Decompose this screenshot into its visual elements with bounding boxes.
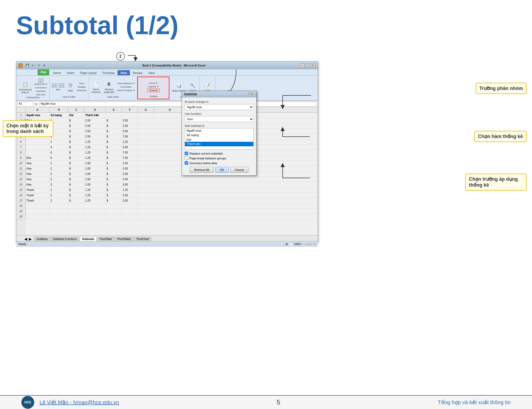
grid-cell[interactable]: $ <box>68 198 84 203</box>
formula-input[interactable]: Người mua <box>40 102 317 107</box>
grid-cell[interactable] <box>106 214 122 219</box>
grid-cell[interactable]: $ <box>68 139 84 144</box>
grid-cell[interactable]: 2.50 <box>122 123 138 128</box>
grid-cell[interactable]: Hoa <box>26 177 50 182</box>
refresh-all-btn[interactable]: 🔄 Refresh All ▼ <box>34 78 48 86</box>
grid-cell[interactable]: 1.25 <box>84 155 106 160</box>
tab-file[interactable]: File <box>38 69 49 75</box>
grid-cell[interactable]: 1 <box>50 139 68 144</box>
use-function-select[interactable]: Sum <box>185 116 254 122</box>
zoom-plus[interactable]: + <box>314 243 316 246</box>
grid-cell[interactable]: 7.50 <box>122 150 138 155</box>
grid-cell[interactable]: 3 <box>50 182 68 187</box>
reapply-btn[interactable]: Reapply <box>76 85 87 88</box>
cell-reference[interactable]: A1 <box>17 102 33 107</box>
clear-btn[interactable]: Clear <box>76 82 87 85</box>
advanced-btn[interactable]: Advanced <box>76 89 87 92</box>
grid-cell[interactable]: $ <box>106 139 122 144</box>
undo-quick-btn[interactable]: ↩ <box>31 63 36 68</box>
grid-cell[interactable] <box>84 209 106 214</box>
remove-duplicates-btn[interactable]: 🗑 RemoveDuplicates <box>103 80 115 94</box>
add-subtotal-listbox[interactable]: Người mua Số lượng Giá Thành tiền <box>185 128 254 150</box>
sort-az-btn[interactable]: A↓Z <box>51 83 58 88</box>
header-cell-col-c[interactable]: Giá <box>68 113 84 118</box>
tab-data[interactable]: Data <box>118 70 130 75</box>
grid-cell[interactable]: Hoa <box>26 161 50 166</box>
grid-cell[interactable] <box>122 214 138 219</box>
grid-cell[interactable]: 2.50 <box>122 193 138 198</box>
grid-cell[interactable]: 1.25 <box>84 187 106 192</box>
list-item-thanhtien[interactable]: Thành tiền <box>185 142 253 146</box>
grid-cell[interactable]: Hoa <box>26 166 50 171</box>
grid-cell[interactable]: $ <box>106 161 122 166</box>
grid-cell[interactable]: 1 <box>50 187 68 192</box>
grid-cell[interactable]: 2.50 <box>84 123 106 128</box>
header-cell-col-e[interactable] <box>106 113 122 118</box>
grid-cell[interactable] <box>26 145 50 150</box>
grid-cell[interactable] <box>122 203 138 209</box>
grid-cell[interactable]: $ <box>106 182 122 187</box>
grid-cell[interactable]: 2.00 <box>122 166 138 171</box>
sort-za-btn[interactable]: Z↑A <box>58 83 65 88</box>
view-page-icon[interactable]: 📄 <box>289 243 293 246</box>
properties-btn[interactable]: Properties <box>34 90 48 93</box>
grid-cell[interactable] <box>26 203 50 209</box>
remove-all-btn[interactable]: Remove All <box>190 167 214 173</box>
header-cell-col-b[interactable]: Số lượng <box>50 113 68 118</box>
grid-cell[interactable]: Hoa <box>26 171 50 176</box>
grid-cell[interactable]: 1.25 <box>84 139 106 144</box>
grid-cell[interactable]: 1.00 <box>84 182 106 187</box>
tab-insert[interactable]: Insert <box>64 70 77 75</box>
sheet-tab-database[interactable]: Database Functions <box>51 237 79 241</box>
grid-cell[interactable]: 2.00 <box>122 171 138 176</box>
grid-cell[interactable] <box>68 209 84 214</box>
grid-cell[interactable]: 2 <box>50 193 68 198</box>
grid-cell[interactable]: $ <box>106 145 122 150</box>
grid-cell[interactable] <box>68 214 84 219</box>
grid-cell[interactable] <box>26 214 50 219</box>
minimize-btn[interactable]: ─ <box>300 63 304 68</box>
group-btn[interactable]: Group ▼ <box>147 82 160 85</box>
grid-cell[interactable]: $ <box>68 193 84 198</box>
grid-cell[interactable]: $ <box>106 171 122 176</box>
grid-cell[interactable]: 1.00 <box>122 161 138 166</box>
grid-cell[interactable]: $ <box>106 118 122 123</box>
maximize-btn[interactable]: □ <box>305 63 310 68</box>
grid-cell[interactable]: 2.50 <box>122 118 138 123</box>
grid-cell[interactable]: 2 <box>50 166 68 171</box>
grid-cell[interactable]: $ <box>68 118 84 123</box>
data-validation-btn[interactable]: Data Validation ▼ <box>117 82 136 85</box>
grid-cell[interactable]: Thanh <box>26 198 50 203</box>
list-item-nguoimua[interactable]: Người mua <box>185 128 253 133</box>
header-cell-col-f[interactable] <box>122 113 138 118</box>
filter-btn[interactable]: ▽ Filter <box>66 81 75 93</box>
header-cell-col-a[interactable]: Người mua <box>26 113 50 118</box>
redo-quick-btn[interactable]: ↪ <box>36 63 41 68</box>
sheet-tab-pivottable1[interactable]: PivotTable1 <box>115 237 134 241</box>
ungroup-btn[interactable]: Ungroup ▼ <box>147 85 160 88</box>
grid-cell[interactable]: 1.25 <box>84 150 106 155</box>
replace-subtotals-cb[interactable] <box>185 152 188 155</box>
dropdown-quick-btn[interactable]: ▼ <box>42 63 47 68</box>
grid-cell[interactable] <box>84 203 106 209</box>
grid-cell[interactable]: 2.50 <box>84 134 106 139</box>
edit-links-btn[interactable]: Edit Links <box>34 93 48 96</box>
dialog-help-icon[interactable]: ? <box>248 92 249 96</box>
zoom-slider[interactable]: ──── <box>305 243 312 246</box>
grid-cell[interactable]: $ <box>68 187 84 192</box>
grid-cell[interactable]: 2.00 <box>122 177 138 182</box>
grid-cell[interactable] <box>26 209 50 214</box>
grid-cell[interactable]: 7.50 <box>122 155 138 160</box>
grid-cell[interactable]: $ <box>68 182 84 187</box>
grid-cell[interactable]: $ <box>68 155 84 160</box>
tab-home[interactable]: Home <box>50 70 64 75</box>
grid-cell[interactable]: $ <box>68 177 84 182</box>
grid-cell[interactable]: 1.00 <box>84 171 106 176</box>
grid-cell[interactable]: 2 <box>50 171 68 176</box>
grid-cell[interactable]: $ <box>106 198 122 203</box>
grid-cell[interactable]: 4 <box>50 145 68 150</box>
grid-cell[interactable]: $ <box>68 145 84 150</box>
grid-cell[interactable]: 1.25 <box>84 198 106 203</box>
grid-cell[interactable]: 2.50 <box>122 198 138 203</box>
grid-cell[interactable]: 1.25 <box>84 193 106 198</box>
